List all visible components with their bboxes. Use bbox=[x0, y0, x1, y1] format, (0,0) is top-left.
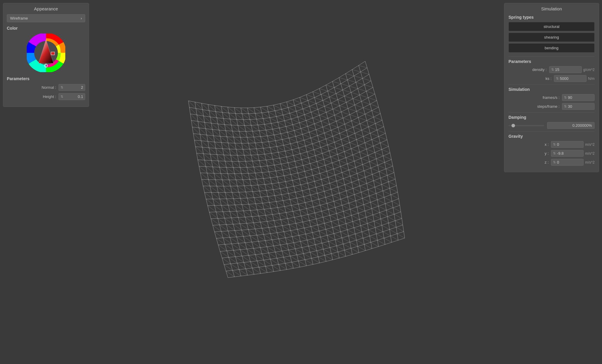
gravity-y-input[interactable]: ⇅ -9.8 bbox=[551, 150, 584, 157]
svg-line-625 bbox=[380, 210, 386, 213]
svg-line-398 bbox=[294, 185, 301, 186]
svg-line-274 bbox=[362, 127, 368, 130]
ks-input[interactable]: ⇅ 5000 bbox=[554, 75, 587, 82]
svg-line-106 bbox=[311, 109, 318, 112]
svg-line-1191 bbox=[321, 237, 322, 243]
svg-line-1866 bbox=[359, 152, 368, 155]
svg-line-1328 bbox=[357, 240, 358, 246]
gravity-z-input[interactable]: ⇅ 0 bbox=[551, 159, 584, 166]
svg-line-681 bbox=[395, 219, 402, 221]
svg-line-498 bbox=[245, 216, 252, 217]
svg-line-610 bbox=[279, 238, 286, 239]
svg-line-449 bbox=[276, 201, 283, 202]
svg-line-2005 bbox=[211, 219, 220, 225]
height-spinner-icon[interactable]: ⇅ bbox=[61, 95, 63, 99]
svg-line-742 bbox=[267, 272, 274, 273]
svg-line-563 bbox=[323, 215, 330, 217]
gravity-x-spinner[interactable]: ⇅ bbox=[553, 143, 556, 146]
svg-line-455 bbox=[317, 191, 324, 193]
bending-button[interactable]: bending bbox=[508, 43, 595, 53]
normal-spinner-icon[interactable]: ⇅ bbox=[61, 86, 63, 89]
svg-line-1244 bbox=[332, 227, 334, 234]
svg-line-1781 bbox=[327, 145, 336, 148]
svg-line-1807 bbox=[322, 153, 331, 157]
normal-value: 2 bbox=[81, 85, 83, 90]
svg-line-1963 bbox=[290, 200, 298, 204]
height-input[interactable]: ⇅ 0.1 bbox=[58, 93, 85, 100]
svg-line-1812 bbox=[357, 140, 365, 143]
svg-line-365 bbox=[251, 185, 258, 186]
svg-line-676 bbox=[362, 230, 368, 232]
shearing-button[interactable]: shearing bbox=[508, 33, 595, 42]
svg-line-517 bbox=[375, 184, 382, 187]
svg-line-1460 bbox=[386, 210, 387, 217]
svg-line-1880 bbox=[272, 184, 280, 189]
svg-line-757 bbox=[365, 249, 372, 251]
svg-line-1851 bbox=[256, 179, 265, 184]
svg-line-619 bbox=[339, 224, 346, 226]
svg-line-708 bbox=[396, 225, 403, 227]
svg-line-1654 bbox=[193, 134, 201, 141]
svg-line-1694 bbox=[282, 140, 291, 144]
frames-spinner[interactable]: ⇅ bbox=[564, 96, 567, 99]
svg-line-1564 bbox=[308, 100, 316, 103]
steps-input[interactable]: ⇅ 30 bbox=[562, 103, 595, 110]
svg-line-266 bbox=[307, 150, 314, 152]
structural-button[interactable]: structural bbox=[508, 22, 595, 31]
svg-line-795 bbox=[200, 134, 201, 141]
gravity-x-input[interactable]: ⇅ 0 bbox=[551, 141, 584, 148]
svg-line-1565 bbox=[314, 98, 323, 100]
svg-line-1913 bbox=[314, 181, 323, 185]
svg-line-437 bbox=[378, 162, 384, 165]
svg-line-760 bbox=[385, 242, 392, 244]
normal-input[interactable]: ⇅ 2 bbox=[58, 84, 85, 91]
svg-line-244 bbox=[340, 130, 346, 133]
steps-spinner[interactable]: ⇅ bbox=[564, 105, 567, 108]
svg-line-2240 bbox=[351, 248, 359, 252]
damping-slider-track[interactable] bbox=[508, 125, 544, 126]
svg-line-402 bbox=[321, 177, 328, 179]
canvas-area[interactable] bbox=[92, 0, 501, 364]
svg-line-1630 bbox=[212, 129, 220, 136]
svg-line-2016 bbox=[286, 213, 294, 217]
svg-line-1473 bbox=[374, 117, 376, 124]
svg-line-557 bbox=[282, 224, 289, 226]
svg-line-654 bbox=[394, 212, 401, 214]
svg-line-1420 bbox=[362, 130, 363, 136]
svg-line-187 bbox=[316, 127, 323, 130]
density-input[interactable]: ⇅ 15 bbox=[549, 66, 582, 73]
svg-line-579 bbox=[250, 235, 257, 236]
svg-line-1625 bbox=[358, 89, 366, 91]
svg-line-192 bbox=[350, 111, 357, 115]
svg-line-1884 bbox=[299, 179, 308, 183]
svg-line-616 bbox=[319, 229, 326, 231]
appearance-title: Appearance bbox=[7, 6, 85, 11]
color-wheel[interactable] bbox=[27, 34, 65, 72]
svg-line-302 bbox=[370, 130, 377, 133]
svg-line-1614 bbox=[284, 121, 293, 125]
svg-line-262 bbox=[280, 157, 286, 158]
svg-line-1386 bbox=[343, 90, 344, 96]
svg-line-17 bbox=[254, 107, 260, 108]
frames-input[interactable]: ⇅ 90 bbox=[562, 94, 595, 101]
density-spinner[interactable]: ⇅ bbox=[551, 68, 554, 72]
svg-line-278 bbox=[206, 167, 213, 167]
svg-line-629 bbox=[227, 250, 234, 251]
svg-line-1063 bbox=[264, 124, 266, 130]
gravity-z-spinner[interactable]: ⇅ bbox=[553, 160, 556, 164]
svg-line-153 bbox=[267, 135, 274, 136]
svg-line-1123 bbox=[286, 157, 288, 163]
wireframe-dropdown[interactable]: Wireframe › bbox=[7, 14, 85, 22]
svg-line-1688 bbox=[242, 143, 250, 149]
damping-slider-thumb[interactable] bbox=[511, 124, 515, 127]
svg-line-126 bbox=[266, 129, 273, 130]
svg-line-1410 bbox=[377, 240, 378, 246]
svg-line-1363 bbox=[343, 118, 345, 124]
svg-line-416 bbox=[234, 198, 240, 199]
cloth-mesh[interactable] bbox=[92, 0, 501, 364]
svg-line-1672 bbox=[314, 124, 323, 127]
ks-spinner[interactable]: ⇅ bbox=[556, 77, 559, 80]
svg-line-180 bbox=[269, 141, 275, 142]
svg-line-1118 bbox=[279, 128, 281, 134]
gravity-y-spinner[interactable]: ⇅ bbox=[553, 151, 556, 155]
